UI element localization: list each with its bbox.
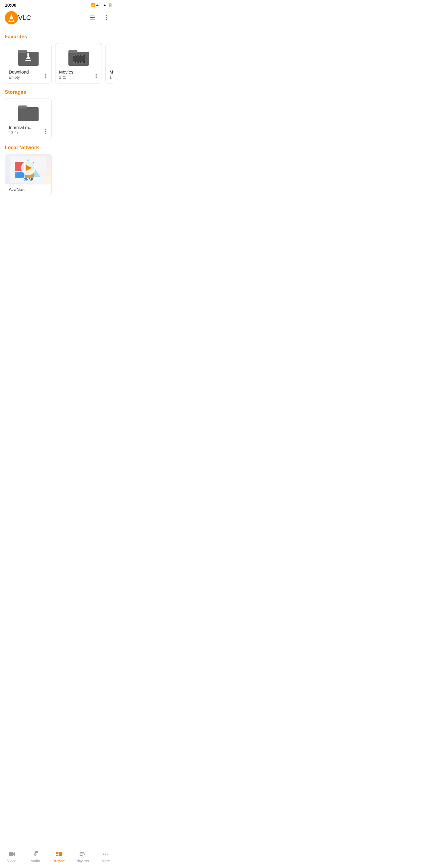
more-vertical-icon <box>103 14 110 21</box>
svg-rect-6 <box>90 17 95 18</box>
svg-rect-14 <box>27 53 29 57</box>
music-card-title: Music <box>110 69 113 74</box>
download-card-title: Download <box>9 69 29 74</box>
signal-text: 4G <box>96 3 101 7</box>
dot <box>96 75 97 76</box>
download-card[interactable]: Download Empty <box>5 43 52 84</box>
svg-rect-7 <box>90 19 95 20</box>
status-bar: 10:00 📶 4G ▲ 🔋 <box>0 0 118 9</box>
favorites-cards-row: Download Empty <box>5 43 113 85</box>
dot <box>96 77 97 79</box>
dot <box>45 77 46 79</box>
dot <box>96 73 97 75</box>
movies-card-info: Movies 1 🗀 <box>59 69 73 80</box>
status-icons: 📶 4G ▲ 🔋 <box>90 3 113 7</box>
qnap-icon: QNAP <box>10 156 46 183</box>
azanas-card[interactable]: QNAP AzaNas <box>5 154 52 195</box>
svg-rect-28 <box>82 61 83 63</box>
svg-text:QNAP: QNAP <box>24 178 33 181</box>
svg-rect-27 <box>79 61 80 63</box>
movies-card-icon-area <box>59 47 98 66</box>
svg-point-9 <box>106 17 107 19</box>
music-card-info: Music 1 🗀 <box>110 69 113 80</box>
music-card-icon-area: ♪ <box>110 47 113 66</box>
svg-rect-38 <box>15 172 24 178</box>
svg-rect-33 <box>18 105 27 108</box>
main-content: Favorites Download Empty <box>0 27 118 221</box>
internal-card-icon-area <box>9 102 48 122</box>
svg-rect-24 <box>82 55 83 56</box>
status-time: 10:00 <box>5 2 16 7</box>
dot <box>45 131 46 132</box>
svg-rect-21 <box>73 55 75 56</box>
svg-point-8 <box>106 16 107 17</box>
vlc-logo <box>5 11 18 24</box>
movies-card-bottom: Movies 1 🗀 <box>59 69 98 80</box>
internal-storage-card[interactable]: Internal m.. 13 🗀 <box>5 98 52 139</box>
dot <box>45 75 46 76</box>
dot <box>45 129 46 130</box>
svg-rect-17 <box>68 50 78 53</box>
movies-card-menu-button[interactable] <box>94 72 98 80</box>
svg-rect-32 <box>18 107 38 121</box>
svg-rect-12 <box>18 50 27 53</box>
more-options-button[interactable] <box>101 12 113 24</box>
music-card-bottom: Music 1 🗀 <box>110 69 113 80</box>
download-card-bottom: Download Empty <box>9 69 48 80</box>
local-network-section-title: Local Network <box>5 145 113 150</box>
svg-rect-26 <box>76 61 78 63</box>
svg-rect-22 <box>76 55 78 56</box>
dot <box>45 73 46 75</box>
movies-card-title: Movies <box>59 69 73 74</box>
app-bar: VLC <box>0 9 118 27</box>
music-card[interactable]: ♪ Music 1 🗀 <box>105 43 113 84</box>
wifi-icon: 📶 <box>90 3 95 7</box>
movies-card[interactable]: Movies 1 🗀 <box>55 43 102 84</box>
download-folder-icon <box>18 47 39 66</box>
internal-card-menu-button[interactable] <box>44 128 48 135</box>
internal-folder-icon <box>18 102 39 122</box>
azanas-card-title: AzaNas <box>5 184 51 195</box>
download-card-icon-area <box>9 47 48 66</box>
movies-card-subtitle: 1 🗀 <box>59 75 73 80</box>
svg-point-10 <box>106 19 107 21</box>
internal-card-subtitle: 13 🗀 <box>9 130 31 135</box>
signal-bars-icon: ▲ <box>103 3 107 7</box>
music-card-subtitle: 1 🗀 <box>110 75 113 80</box>
favorites-section-title: Favorites <box>5 34 113 39</box>
local-network-cards-row: QNAP AzaNas <box>5 154 113 196</box>
storages-cards-row: Internal m.. 13 🗀 <box>5 98 113 140</box>
download-card-info: Download Empty <box>9 69 29 80</box>
internal-card-title: Internal m.. <box>9 125 31 130</box>
app-bar-icons <box>86 12 113 24</box>
download-card-menu-button[interactable] <box>44 72 48 80</box>
svg-rect-15 <box>25 60 31 61</box>
svg-rect-4 <box>10 20 13 21</box>
app-title: VLC <box>18 14 86 22</box>
storages-section-title: Storages <box>5 90 113 95</box>
svg-rect-3 <box>9 19 13 20</box>
internal-card-info: Internal m.. 13 🗀 <box>9 125 31 135</box>
dot <box>45 133 46 134</box>
svg-rect-25 <box>73 61 75 63</box>
movies-folder-icon <box>68 47 90 66</box>
battery-icon: 🔋 <box>108 3 113 7</box>
svg-rect-5 <box>90 16 95 16</box>
download-card-subtitle: Empty <box>9 75 29 80</box>
svg-rect-23 <box>79 55 80 56</box>
list-view-button[interactable] <box>86 12 98 24</box>
azanas-card-image: QNAP <box>5 154 51 184</box>
list-view-icon <box>89 14 96 21</box>
internal-card-bottom: Internal m.. 13 🗀 <box>9 125 48 135</box>
